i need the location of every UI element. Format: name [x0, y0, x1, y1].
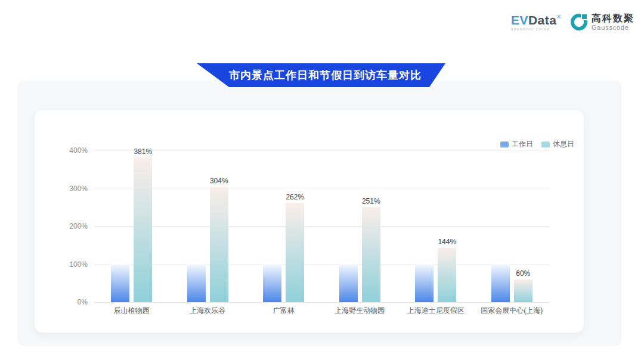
- evdata-wordmark: EVData×: [511, 13, 561, 26]
- bar-休息日[interactable]: 144%: [438, 248, 456, 302]
- evdata-logo: EVData× SHANGHAI CHINA: [511, 13, 561, 31]
- x-axis-label: 国家会展中心(上海): [474, 306, 550, 316]
- page-title: 市内景点工作日和节假日到访车量对比: [221, 68, 422, 82]
- data-label: 304%: [210, 177, 228, 185]
- chart-legend: 工作日 休息日: [500, 139, 574, 149]
- bar-工作日[interactable]: [491, 264, 510, 303]
- bar-休息日[interactable]: 304%: [210, 187, 228, 302]
- x-axis-label: 上海欢乐谷: [170, 306, 246, 316]
- data-label: 381%: [134, 147, 152, 156]
- bar-group: 381%: [94, 150, 170, 302]
- gausscode-name-cn: 高科数聚: [592, 14, 634, 23]
- page: EVData× SHANGHAI CHINA 高科数聚 Gausscode 市内…: [0, 0, 644, 363]
- bar-休息日[interactable]: 251%: [362, 207, 380, 302]
- bar-工作日[interactable]: [263, 264, 281, 303]
- bar-工作日[interactable]: [415, 264, 434, 303]
- bar-休息日[interactable]: 60%: [514, 279, 532, 302]
- data-label: 144%: [438, 238, 456, 246]
- bar-group: 144%: [398, 150, 474, 302]
- x-axis-label: 广富林: [246, 306, 322, 316]
- bar-工作日[interactable]: [339, 264, 358, 303]
- gausscode-text: 高科数聚 Gausscode: [592, 14, 634, 31]
- data-label: 262%: [286, 193, 304, 201]
- bar-休息日[interactable]: 381%: [134, 158, 152, 302]
- y-axis-tick: 100%: [51, 260, 88, 269]
- evdata-ev-text: EV: [511, 13, 528, 27]
- gausscode-name-en: Gausscode: [592, 24, 634, 31]
- legend-label-workday: 工作日: [512, 139, 533, 149]
- data-label: 60%: [516, 269, 530, 278]
- gausscode-logo: 高科数聚 Gausscode: [571, 14, 634, 31]
- x-axis-labels: 辰山植物园上海欢乐谷广富林上海野生动物园上海迪士尼度假区国家会展中心(上海): [94, 306, 550, 316]
- data-label: 251%: [362, 197, 380, 205]
- evdata-data-text: Data: [528, 13, 557, 27]
- legend-swatch-workday: [500, 141, 509, 147]
- gridline: [94, 302, 550, 303]
- x-axis-label: 上海迪士尼度假区: [398, 306, 474, 316]
- y-axis-tick: 200%: [51, 222, 88, 230]
- x-axis-label: 辰山植物园: [94, 306, 170, 316]
- bar-group: 60%: [474, 150, 550, 302]
- legend-item-restday[interactable]: 休息日: [541, 139, 574, 149]
- bar-chart-plot-area: 0%100%200%300%400%381%304%262%251%144%60…: [94, 150, 550, 302]
- bar-休息日[interactable]: 262%: [286, 203, 304, 302]
- title-banner: 市内景点工作日和节假日到访车量对比: [197, 63, 445, 87]
- header-logos: EVData× SHANGHAI CHINA 高科数聚 Gausscode: [511, 13, 634, 31]
- gausscode-icon: [571, 14, 587, 30]
- bar-工作日[interactable]: [111, 264, 129, 303]
- bar-工作日[interactable]: [187, 264, 206, 303]
- y-axis-tick: 0%: [51, 298, 88, 306]
- gausscode-icon-dot: [582, 14, 587, 19]
- bar-groups: 381%304%262%251%144%60%: [94, 150, 550, 302]
- legend-label-restday: 休息日: [553, 139, 574, 149]
- chart-card: 工作日 休息日 0%100%200%300%400%381%304%262%25…: [34, 109, 584, 333]
- x-axis-label: 上海野生动物园: [322, 306, 398, 316]
- y-axis-tick: 300%: [51, 184, 88, 193]
- bar-group: 304%: [170, 150, 246, 302]
- bar-group: 251%: [322, 150, 398, 302]
- evdata-subtitle: SHANGHAI CHINA: [511, 28, 561, 31]
- y-axis-tick: 400%: [51, 146, 88, 155]
- evdata-x-mark: ×: [556, 13, 561, 21]
- legend-swatch-restday: [541, 141, 550, 147]
- legend-item-workday[interactable]: 工作日: [500, 139, 533, 149]
- bar-group: 262%: [246, 150, 322, 302]
